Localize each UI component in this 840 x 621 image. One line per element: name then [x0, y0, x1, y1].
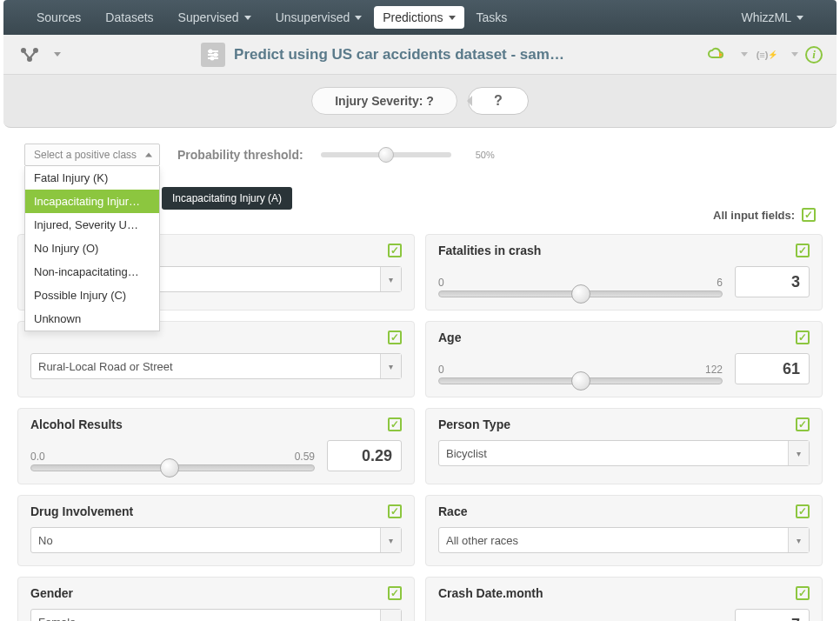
field-select[interactable]: Rural-Local Road or Street: [30, 353, 402, 379]
caret-icon: [54, 52, 61, 57]
slider-min: 0: [438, 364, 444, 376]
threshold-value: 50%: [476, 150, 495, 160]
nav-datasets[interactable]: Datasets: [93, 0, 165, 35]
threshold-slider[interactable]: [321, 152, 451, 157]
field-slider[interactable]: [30, 464, 315, 471]
slider-max: 0.59: [295, 451, 315, 463]
slider-max: 6: [717, 277, 723, 289]
all-fields-label: All input fields:: [713, 209, 795, 222]
dropdown-option[interactable]: Unknown: [25, 307, 159, 331]
svg-point-8: [211, 57, 214, 59]
field-select-value: Rural-Local Road or Street: [38, 360, 173, 373]
field-select-value: No: [38, 534, 53, 547]
caret-icon: [380, 354, 401, 378]
slider-knob[interactable]: [571, 284, 590, 304]
slider-min: 0.0: [30, 451, 45, 463]
prediction-header: Injury Severity: ? ?: [3, 75, 837, 128]
field-title: Gender: [30, 586, 73, 600]
check-icon[interactable]: [796, 586, 810, 600]
check-icon[interactable]: [388, 586, 402, 600]
check-icon[interactable]: [796, 331, 810, 344]
threshold-label: Probability threshold:: [177, 148, 303, 162]
svg-point-7: [215, 53, 217, 56]
dropdown-option[interactable]: Possible Injury (C): [25, 284, 159, 307]
check-icon[interactable]: [796, 244, 810, 257]
top-nav: Sources Datasets Supervised Unsupervised…: [3, 0, 837, 35]
field-slider[interactable]: [438, 377, 723, 384]
nav-tasks[interactable]: Tasks: [464, 0, 520, 35]
nav-whizzml-label: WhizzML: [741, 10, 791, 24]
nav-sources[interactable]: Sources: [24, 0, 93, 35]
dropdown-option[interactable]: Non-incapacitating…: [25, 260, 159, 284]
field-value-input[interactable]: 7: [735, 609, 810, 621]
caret-icon: [741, 52, 748, 57]
dropdown-option[interactable]: Injured, Severity U…: [25, 213, 159, 237]
field-value-input[interactable]: 61: [735, 353, 810, 384]
field-title: Person Type: [438, 417, 510, 431]
prediction-label: Injury Severity: ?: [311, 87, 457, 115]
field-select[interactable]: Bicyclist: [438, 440, 810, 466]
field-card-drug: Drug Involvement No: [17, 495, 415, 566]
field-select[interactable]: No: [30, 527, 402, 553]
field-select-value: Female: [38, 616, 76, 622]
caret-icon: [788, 528, 809, 552]
field-card: Rural-Local Road or Street: [17, 321, 415, 397]
check-icon[interactable]: [796, 417, 810, 431]
caret-icon: [380, 610, 401, 621]
nav-predictions[interactable]: Predictions: [374, 6, 463, 29]
field-title: Age: [438, 331, 461, 344]
slider-knob[interactable]: [160, 458, 179, 477]
field-title: [30, 331, 34, 344]
caret-icon: [791, 52, 798, 57]
field-value-input[interactable]: 0.29: [327, 440, 402, 471]
positive-class-dropdown: Fatal Injury (K) Incapacitating Injur… I…: [24, 166, 160, 331]
nav-unsupervised[interactable]: Unsupervised: [263, 0, 375, 35]
field-title: Race: [438, 504, 467, 518]
field-slider[interactable]: [438, 290, 723, 297]
field-value-input[interactable]: 3: [735, 266, 810, 297]
field-card-race: Race All other races: [425, 495, 823, 566]
field-title: Fatalities in crash: [438, 244, 541, 257]
nav-unsupervised-label: Unsupervised: [276, 10, 350, 24]
slider-knob[interactable]: [378, 147, 394, 163]
caret-icon: [788, 441, 809, 465]
code-action-icon[interactable]: (≡)⚡: [755, 43, 779, 67]
info-icon[interactable]: i: [805, 46, 823, 63]
check-icon[interactable]: [388, 244, 402, 257]
caret-icon: [797, 16, 803, 20]
slider-knob[interactable]: [571, 371, 590, 391]
field-select-value: Bicyclist: [446, 447, 487, 460]
nav-supervised-label: Supervised: [178, 10, 239, 24]
positive-class-trigger[interactable]: Select a positive class: [24, 144, 160, 166]
title-bar: Predict using US car accidents dataset -…: [3, 35, 837, 75]
field-select[interactable]: Female: [30, 609, 402, 621]
field-card-person-type: Person Type Bicyclist: [425, 408, 823, 484]
check-icon[interactable]: [388, 417, 402, 431]
svg-point-6: [210, 50, 212, 52]
dropdown-option[interactable]: Fatal Injury (K): [25, 166, 159, 190]
caret-icon: [449, 16, 456, 20]
model-type-icon[interactable]: [17, 43, 42, 67]
dropdown-tooltip: Incapacitating Injury (A): [162, 187, 292, 210]
field-select-value: All other races: [446, 534, 518, 547]
settings-icon[interactable]: [201, 43, 225, 67]
check-icon[interactable]: [388, 331, 402, 344]
nav-supervised[interactable]: Supervised: [166, 0, 263, 35]
check-icon[interactable]: [388, 504, 402, 518]
nav-whizzml[interactable]: WhizzML: [729, 0, 816, 35]
caret-icon: [380, 267, 401, 291]
field-card-fatalities: Fatalities in crash 06 3: [425, 234, 823, 310]
positive-class-select[interactable]: Select a positive class Fatal Injury (K)…: [24, 144, 160, 166]
field-select[interactable]: All other races: [438, 527, 810, 553]
dropdown-option[interactable]: Incapacitating Injur…: [25, 190, 159, 213]
caret-icon: [355, 16, 362, 20]
field-card-gender: Gender Female: [17, 577, 415, 621]
slider-max: 122: [705, 364, 723, 376]
prediction-result: ?: [468, 87, 529, 115]
cloud-action-icon[interactable]: [704, 43, 729, 67]
check-icon[interactable]: [796, 504, 810, 518]
dropdown-option[interactable]: No Injury (O): [25, 237, 159, 260]
check-icon[interactable]: [802, 208, 816, 222]
nav-predictions-label: Predictions: [383, 10, 443, 24]
caret-icon: [244, 16, 251, 20]
